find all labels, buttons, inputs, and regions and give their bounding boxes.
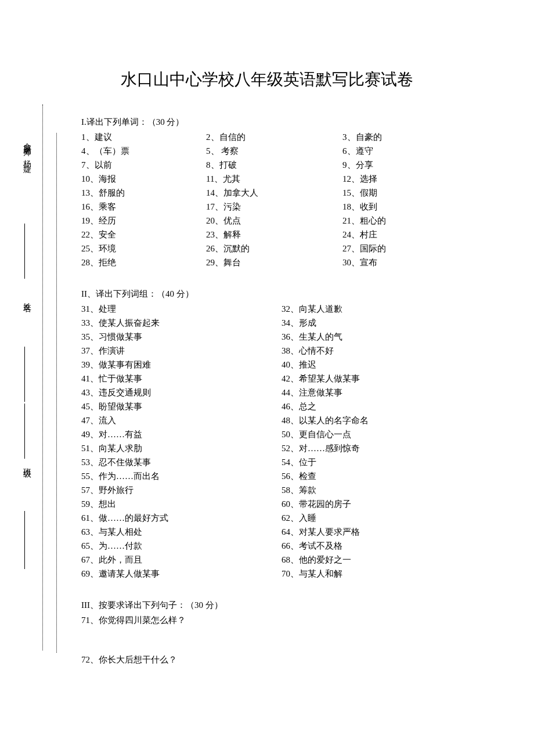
list-row: 19、经历20、优点21、粗心的 (81, 214, 499, 228)
list-row: 57、野外旅行58、筹款 (81, 483, 499, 497)
list-row: 59、想出60、带花园的房子 (81, 497, 499, 511)
list-row: 39、做某事有困难40、推迟 (81, 358, 499, 372)
list-item: 48、以某人的名字命名 (282, 413, 499, 427)
list-item: 14、加拿大人 (206, 186, 342, 200)
main-content: I.译出下列单词：（30 分） 1、建议2、自信的3、自豪的4、（车）票5、 考… (81, 115, 499, 667)
list-row: 41、忙于做某事42、希望某人做某事 (81, 372, 499, 386)
section-3-head: III、按要求译出下列句子：（30 分） (81, 598, 499, 612)
list-item: 8、打破 (206, 158, 342, 172)
list-item: 27、国际的 (342, 242, 499, 255)
list-item: 1、建议 (81, 130, 206, 144)
list-item: 58、筹款 (282, 483, 499, 497)
list-row: 47、流入48、以某人的名字命名 (81, 413, 499, 427)
list-item: 69、邀请某人做某事 (81, 567, 282, 581)
list-item: 5、 考察 (206, 144, 342, 158)
list-item: 66、考试不及格 (282, 539, 499, 553)
list-row: 35、习惯做某事36、生某人的气 (81, 330, 499, 344)
list-item: 32、向某人道歉 (282, 302, 499, 316)
list-item: 42、希望某人做某事 (282, 372, 499, 386)
list-row: 4、（车）票5、 考察6、遵守 (81, 144, 499, 158)
list-item: 11、尤其 (206, 172, 342, 186)
list-item: 44、注意做某事 (282, 386, 499, 399)
list-item: 25、环境 (81, 242, 206, 255)
list-item: 9、分享 (342, 158, 499, 172)
page-title: 水口山中心学校八年级英语默写比赛试卷 (0, 0, 534, 110)
list-item: 64、对某人要求严格 (282, 525, 499, 539)
list-item: 30、宣布 (342, 255, 499, 269)
list-item: 18、收到 (342, 200, 499, 214)
list-row: 45、盼望做某事46、总之 (81, 399, 499, 413)
list-row: 49、对……有益50、更自信心一点 (81, 427, 499, 441)
name-label: 姓名： (20, 296, 33, 309)
list-item: 63、与某人相处 (81, 525, 282, 539)
list-row: 25、环境26、沉默的27、国际的 (81, 242, 499, 255)
list-item: 61、做……的最好方式 (81, 511, 282, 525)
divider-line-2 (24, 404, 25, 459)
list-item: 28、拒绝 (81, 255, 206, 269)
question-72: 72、你长大后想干什么？ (81, 653, 499, 667)
list-item: 21、粗心的 (342, 214, 499, 228)
list-item: 56、检查 (282, 469, 499, 483)
list-item: 38、心情不好 (282, 344, 499, 358)
list-item: 46、总之 (282, 399, 499, 413)
list-row: 7、以前8、打破9、分享 (81, 158, 499, 172)
list-row: 53、忍不住做某事54、位于 (81, 455, 499, 469)
list-row: 43、违反交通规则44、注意做某事 (81, 386, 499, 399)
list-item: 52、对……感到惊奇 (282, 441, 499, 455)
list-row: 10、海报11、尤其12、选择 (81, 172, 499, 186)
list-row: 33、使某人振奋起来34、形成 (81, 316, 499, 330)
list-item: 70、与某人和解 (282, 567, 499, 581)
list-row: 31、处理32、向某人道歉 (81, 302, 499, 316)
list-item: 35、习惯做某事 (81, 330, 282, 344)
list-row: 51、向某人求肋52、对……感到惊奇 (81, 441, 499, 455)
list-item: 29、舞台 (206, 255, 342, 269)
list-item: 59、想出 (81, 497, 282, 511)
section-1-items: 1、建议2、自信的3、自豪的4、（车）票5、 考察6、遵守7、以前8、打破9、分… (81, 130, 499, 269)
list-item: 31、处理 (81, 302, 282, 316)
list-item: 68、他的爱好之一 (282, 553, 499, 567)
list-item: 60、带花园的房子 (282, 497, 499, 511)
dotted-line-2 (56, 133, 57, 653)
list-item: 39、做某事有困难 (81, 358, 282, 372)
list-item: 33、使某人振奋起来 (81, 316, 282, 330)
list-item: 54、位于 (282, 455, 499, 469)
list-row: 65、为……付款66、考试不及格 (81, 539, 499, 553)
question-71: 71、你觉得四川菜怎么样？ (81, 613, 499, 627)
list-item: 24、村庄 (342, 228, 499, 242)
list-item: 43、违反交通规则 (81, 386, 282, 399)
teacher-label: 命题老师：杨 婕 (20, 136, 33, 161)
list-row: 61、做……的最好方式62、入睡 (81, 511, 499, 525)
list-item: 36、生某人的气 (282, 330, 499, 344)
list-item: 23、解释 (206, 228, 342, 242)
list-item: 55、作为……而出名 (81, 469, 282, 483)
list-item: 41、忙于做某事 (81, 372, 282, 386)
list-item: 65、为……付款 (81, 539, 282, 553)
list-row: 13、舒服的14、加拿大人15、假期 (81, 186, 499, 200)
list-item: 22、安全 (81, 228, 206, 242)
list-row: 28、拒绝29、舞台30、宣布 (81, 255, 499, 269)
list-item: 10、海报 (81, 172, 206, 186)
class-label: 班级： (20, 462, 33, 475)
list-item: 50、更自信心一点 (282, 427, 499, 441)
student-info-sidebar: 命题老师：杨 婕 姓名： 班级： (20, 105, 55, 650)
dotted-line-1 (42, 105, 43, 650)
list-row: 16、乘客17、污染18、收到 (81, 200, 499, 214)
list-row: 1、建议2、自信的3、自豪的 (81, 130, 499, 144)
section-2-items: 31、处理32、向某人道歉33、使某人振奋起来34、形成35、习惯做某事36、生… (81, 302, 499, 581)
list-item: 45、盼望做某事 (81, 399, 282, 413)
section-1-head: I.译出下列单词：（30 分） (81, 115, 499, 129)
list-item: 19、经历 (81, 214, 206, 228)
list-row: 67、此外，而且68、他的爱好之一 (81, 553, 499, 567)
list-item: 13、舒服的 (81, 186, 206, 200)
section-2-head: II、译出下列词组：（40 分） (81, 287, 499, 301)
list-item: 62、入睡 (282, 511, 499, 525)
list-item: 57、野外旅行 (81, 483, 282, 497)
list-item: 37、作演讲 (81, 344, 282, 358)
list-item: 20、优点 (206, 214, 342, 228)
list-item: 47、流入 (81, 413, 282, 427)
list-item: 2、自信的 (206, 130, 342, 144)
list-row: 69、邀请某人做某事70、与某人和解 (81, 567, 499, 581)
list-item: 53、忍不住做某事 (81, 455, 282, 469)
list-item: 7、以前 (81, 158, 206, 172)
list-item: 34、形成 (282, 316, 499, 330)
